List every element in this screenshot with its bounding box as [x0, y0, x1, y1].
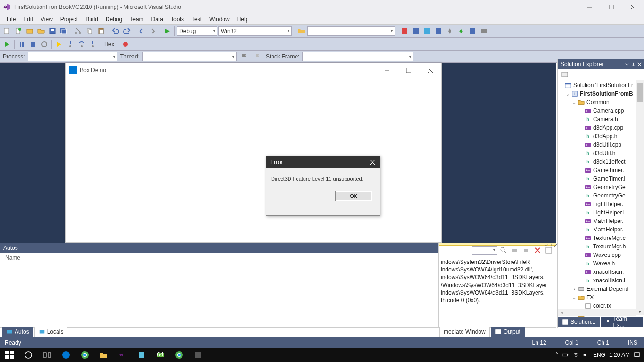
- stop-icon[interactable]: [28, 39, 38, 49]
- output-next-icon[interactable]: [521, 245, 531, 255]
- tree-item[interactable]: ++MathHelper.: [558, 217, 644, 225]
- error-dialog-close[interactable]: [365, 156, 380, 168]
- hex-label[interactable]: Hex: [102, 41, 116, 48]
- tree-item[interactable]: ⌄FX: [558, 293, 644, 302]
- tree-item[interactable]: ++xnacollision.: [558, 268, 644, 276]
- tree-item[interactable]: ++Waves.cpp: [558, 251, 644, 259]
- start-button[interactable]: [0, 348, 19, 362]
- solexp-menu-icon[interactable]: [625, 62, 629, 66]
- tab-immediate[interactable]: mediate Window: [439, 327, 490, 337]
- output-clear-icon[interactable]: [532, 245, 543, 255]
- box-demo-minimize[interactable]: [376, 63, 398, 77]
- step-into-icon[interactable]: [65, 39, 75, 49]
- lang-indicator[interactable]: ENG: [593, 352, 605, 358]
- error-ok-button[interactable]: OK: [335, 191, 372, 201]
- tree-item[interactable]: hLightHelper.l: [558, 208, 644, 217]
- copy-icon[interactable]: [84, 26, 95, 36]
- tab-solution-explorer[interactable]: Solution...: [558, 317, 600, 327]
- window-maximize-button[interactable]: [601, 0, 622, 14]
- new-file-icon[interactable]: [13, 26, 24, 36]
- menu-team[interactable]: Team: [126, 15, 147, 24]
- wifi-icon[interactable]: [572, 352, 579, 358]
- tb-ext-icon-1[interactable]: [399, 26, 410, 36]
- app-icon[interactable]: [189, 348, 207, 362]
- menu-tools[interactable]: Tools: [167, 15, 188, 24]
- save-all-icon[interactable]: [58, 26, 69, 36]
- cortana-icon[interactable]: [19, 348, 38, 362]
- menu-edit[interactable]: Edit: [19, 15, 37, 24]
- tree-item[interactable]: ++TextureMgr.c: [558, 234, 644, 242]
- solution-tree[interactable]: Solution 'FirstSolutionFr⌄+FirstSolution…: [558, 80, 644, 320]
- tree-item[interactable]: hxnacollision.l: [558, 276, 644, 285]
- solexp-vscrollbar[interactable]: ▴ ▾: [636, 80, 644, 315]
- cut-icon[interactable]: [73, 26, 83, 36]
- open-file-icon[interactable]: [36, 26, 46, 36]
- panel-menu-icon[interactable]: [545, 243, 548, 247]
- tree-item[interactable]: hd3dUtil.h: [558, 149, 644, 157]
- box-demo-maximize[interactable]: [398, 63, 420, 77]
- thread-flag-icon[interactable]: [239, 51, 250, 62]
- nav-forward-icon[interactable]: [148, 26, 158, 36]
- thread-combo[interactable]: ▾: [142, 52, 237, 61]
- nav-back-icon[interactable]: [136, 26, 147, 36]
- tb-ext-icon-7[interactable]: [467, 26, 478, 36]
- undo-icon[interactable]: [110, 26, 121, 36]
- notification-icon[interactable]: [634, 352, 640, 358]
- tab-autos[interactable]: Autos: [2, 327, 33, 337]
- save-icon[interactable]: [47, 26, 58, 36]
- notepad-icon[interactable]: [132, 348, 151, 362]
- menu-test[interactable]: Test: [188, 15, 206, 24]
- menu-debug[interactable]: Debug: [102, 15, 126, 24]
- tb-ext-icon-5[interactable]: [445, 26, 455, 36]
- tree-item[interactable]: hTextureMgr.h: [558, 242, 644, 251]
- menu-data[interactable]: Data: [148, 15, 167, 24]
- platform-combo[interactable]: Win32▾: [218, 26, 292, 36]
- thread-flag2-icon[interactable]: [253, 51, 263, 62]
- tree-item[interactable]: ++LightHelper.: [558, 200, 644, 208]
- tree-item[interactable]: ⌄Common: [558, 98, 644, 107]
- chrome-icon[interactable]: [75, 348, 94, 362]
- clock[interactable]: 1:20 AM: [609, 352, 630, 358]
- tab-locals[interactable]: Locals: [34, 327, 68, 337]
- tree-item[interactable]: ++GameTimer.: [558, 166, 644, 174]
- start-debug-icon[interactable]: [162, 26, 173, 36]
- menu-file[interactable]: File: [3, 15, 19, 24]
- explorer-icon[interactable]: [94, 348, 113, 362]
- tree-item[interactable]: hWaves.h: [558, 259, 644, 268]
- tree-item[interactable]: ›External Depend: [558, 285, 644, 293]
- add-item-icon[interactable]: [25, 26, 35, 36]
- window-minimize-button[interactable]: [579, 0, 601, 14]
- tree-item[interactable]: hCamera.h: [558, 115, 644, 123]
- panel-pin-icon[interactable]: [549, 243, 553, 247]
- step-out-icon[interactable]: [88, 39, 98, 49]
- chrome2-icon[interactable]: [170, 348, 189, 362]
- tb-ext-icon-8[interactable]: [479, 26, 489, 36]
- tree-item[interactable]: hGeometryGe: [558, 191, 644, 200]
- tree-item[interactable]: ++d3dApp.cpp: [558, 123, 644, 132]
- panel-close-icon[interactable]: [554, 243, 558, 247]
- breakpoint-icon[interactable]: [120, 39, 131, 49]
- tree-item[interactable]: hMathHelper.: [558, 225, 644, 234]
- menu-help[interactable]: Help: [233, 15, 253, 24]
- tab-team-explorer[interactable]: Team Ex...: [601, 317, 643, 327]
- battery-icon[interactable]: [562, 352, 569, 358]
- solexp-home-icon[interactable]: [560, 69, 570, 80]
- taskview-icon[interactable]: [38, 348, 57, 362]
- continue-icon[interactable]: [2, 39, 12, 49]
- output-find-icon[interactable]: [498, 245, 509, 255]
- restart-icon[interactable]: [39, 39, 50, 49]
- show-next-icon[interactable]: [54, 39, 64, 49]
- paste-icon[interactable]: [96, 26, 106, 36]
- find-in-files-icon[interactable]: [296, 26, 306, 36]
- solexp-hscrollbar[interactable]: ◂: [558, 309, 636, 316]
- x64-icon[interactable]: 64: [151, 348, 170, 362]
- step-over-icon[interactable]: [76, 39, 87, 49]
- tree-item[interactable]: ++d3dUtil.cpp: [558, 140, 644, 149]
- box-demo-close[interactable]: [420, 63, 441, 77]
- output-prev-icon[interactable]: [510, 245, 520, 255]
- menu-view[interactable]: View: [37, 15, 57, 24]
- config-combo[interactable]: Debug▾: [177, 26, 217, 36]
- tree-item[interactable]: hd3dx11effect: [558, 157, 644, 166]
- tray-chevron-icon[interactable]: ˄: [555, 352, 558, 358]
- tree-item[interactable]: hGameTimer.l: [558, 174, 644, 183]
